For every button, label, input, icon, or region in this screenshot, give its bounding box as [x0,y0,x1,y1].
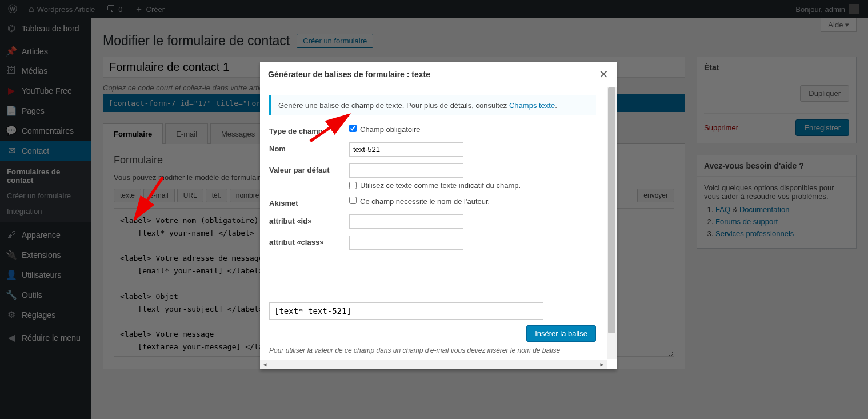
class-attr-input[interactable] [349,236,463,250]
name-input[interactable] [349,142,463,157]
label-name: Nom [269,142,349,153]
id-attr-input[interactable] [349,214,463,229]
modal-title: Générateur de balises de formulaire : te… [268,70,430,79]
info-link[interactable]: Champs texte [509,101,555,110]
placeholder-label: Utilisez ce texte comme texte indicatif … [360,181,521,190]
akismet-checkbox[interactable] [349,197,357,204]
label-id-attr: attribut «id» [269,214,349,225]
label-akismet: Akismet [269,197,349,207]
placeholder-checkbox[interactable] [349,182,357,189]
tag-generator-modal: Générateur de balises de formulaire : te… [260,62,617,369]
label-class-attr: attribut «class» [269,236,349,246]
modal-footnote: Pour utiliser la valeur de ce champ dans… [269,346,596,354]
label-field-type: Type de champ [269,125,349,135]
akismet-label: Ce champ nécessite le nom de l'auteur. [360,197,490,206]
insert-tag-button[interactable]: Insérer la balise [526,325,596,342]
modal-hscrollbar[interactable]: ◄► [260,360,607,369]
info-banner: Génère une balise de champ de texte. Pou… [269,95,596,115]
default-input[interactable] [349,163,463,178]
modal-vscrollbar[interactable] [607,87,617,359]
required-label: Champ obligatoire [360,125,421,134]
tag-output[interactable] [269,302,543,320]
required-checkbox[interactable] [349,125,357,132]
modal-close-button[interactable]: ✕ [599,67,609,81]
label-default: Valeur par défaut [269,163,349,174]
